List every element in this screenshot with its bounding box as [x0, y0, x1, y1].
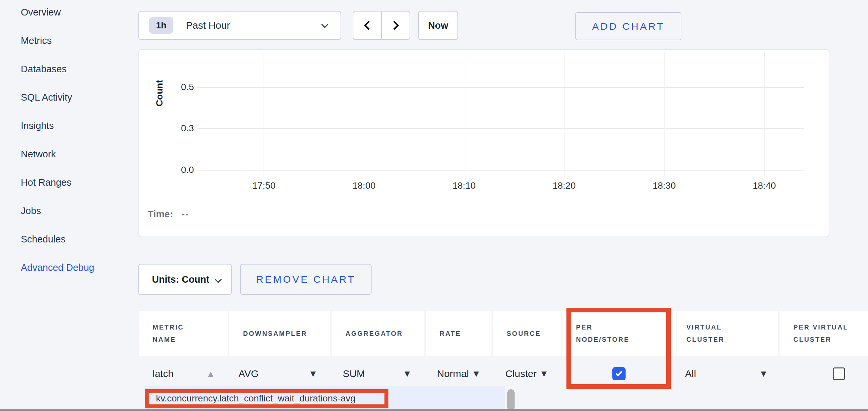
- gridline: [197, 87, 804, 88]
- column-header-per-virtual-cluster: PER VIRTUAL CLUSTER: [779, 311, 868, 355]
- time-step-buttons: [353, 11, 410, 40]
- column-header-virtual-cluster: VIRTUAL CLUSTER: [677, 311, 778, 355]
- caret-down-icon: ▼: [474, 370, 479, 377]
- per-virtual-cluster-checkbox[interactable]: [833, 368, 845, 380]
- sidebar-item-schedules[interactable]: Schedules: [21, 225, 94, 253]
- time-range-label: Past Hour: [186, 20, 230, 31]
- remove-chart-button[interactable]: REMOVE CHART: [240, 264, 372, 295]
- hover-time-value: --: [182, 209, 189, 219]
- bottom-divider: [0, 409, 868, 411]
- units-dropdown-label: Units: Count: [152, 274, 209, 285]
- caret-down-icon: ▼: [541, 370, 547, 377]
- x-tick: 18:40: [744, 180, 784, 191]
- chevron-right-icon: [390, 21, 399, 30]
- advanced-debug-custom-chart-page: Overview Metrics Databases SQL Activity …: [0, 0, 868, 411]
- sidebar-nav: Overview Metrics Databases SQL Activity …: [21, 0, 94, 282]
- now-button[interactable]: Now: [418, 11, 458, 40]
- sidebar-item-overview[interactable]: Overview: [21, 0, 94, 26]
- aggregator-select[interactable]: SUM ▼: [332, 358, 425, 389]
- time-range-picker[interactable]: 1h Past Hour: [138, 11, 341, 40]
- column-header-source: SOURCE: [493, 311, 561, 355]
- gridline: [464, 52, 464, 177]
- metric-name-value[interactable]: latch: [153, 368, 174, 379]
- chevron-left-icon: [364, 21, 373, 30]
- rate-select[interactable]: Normal ▼: [426, 358, 492, 389]
- sidebar-item-hot-ranges[interactable]: Hot Ranges: [21, 168, 94, 197]
- per-node-store-cell: [562, 358, 676, 389]
- column-header-metric-name: METRIC NAME: [139, 311, 228, 355]
- sidebar-item-databases[interactable]: Databases: [21, 55, 94, 83]
- caret-up-icon: ▲: [208, 370, 213, 377]
- chevron-down-icon: [215, 276, 222, 283]
- source-select[interactable]: Cluster ▼: [493, 358, 561, 389]
- gridline: [564, 52, 564, 177]
- x-tick: 18:30: [644, 180, 684, 191]
- sidebar-item-insights[interactable]: Insights: [21, 111, 94, 140]
- caret-down-icon: ▼: [310, 370, 316, 377]
- gridline: [264, 52, 264, 177]
- column-header-per-node-store: PER NODE/STORE: [562, 311, 676, 355]
- x-tick: 18:00: [344, 180, 384, 191]
- y-tick: 0.5: [172, 82, 194, 92]
- downsampler-value: AVG: [239, 368, 259, 379]
- x-tick: 18:10: [444, 180, 484, 191]
- virtual-cluster-value: All: [685, 368, 696, 379]
- caret-down-icon: ▼: [405, 370, 410, 377]
- y-tick: 0.3: [172, 123, 194, 134]
- next-time-button[interactable]: [381, 11, 410, 40]
- metric-name-combobox[interactable]: latch ▲: [139, 358, 228, 389]
- gridline: [197, 128, 804, 129]
- checkmark-icon: [615, 369, 623, 376]
- sidebar-item-network[interactable]: Network: [21, 140, 94, 168]
- column-header-rate: RATE: [426, 311, 492, 355]
- chevron-down-icon: [321, 21, 328, 28]
- y-axis-label: Count: [154, 80, 165, 107]
- sidebar-item-jobs[interactable]: Jobs: [21, 197, 94, 225]
- y-tick: 0.0: [172, 165, 194, 175]
- chart-panel: Count 0.5 0.3 0.0 17:50 18:00 18:10 18:2…: [138, 49, 829, 237]
- per-node-store-checkbox[interactable]: [612, 367, 626, 380]
- virtual-cluster-select[interactable]: All ▼: [677, 358, 778, 389]
- time-range-badge: 1h: [149, 17, 174, 34]
- rate-value: Normal: [437, 368, 469, 379]
- column-header-downsampler: DOWNSAMPLER: [229, 311, 330, 355]
- add-chart-button[interactable]: ADD CHART: [576, 12, 681, 40]
- metric-row: latch ▲ AVG ▼ SUM ▼ Normal ▼ Cluster ▼ A…: [139, 358, 868, 389]
- caret-down-icon: ▼: [761, 370, 766, 377]
- column-header-aggregator: AGGREGATOR: [332, 311, 425, 355]
- metrics-table-header: METRIC NAME DOWNSAMPLER AGGREGATOR RATE …: [139, 311, 868, 355]
- x-tick: 17:50: [244, 180, 284, 191]
- scrollbar-thumb[interactable]: [507, 389, 515, 411]
- sidebar-item-advanced-debug[interactable]: Advanced Debug: [21, 253, 94, 282]
- gridline: [197, 170, 804, 171]
- gridline: [664, 52, 664, 177]
- hover-time-readout: Time:--: [148, 209, 189, 220]
- metric-suggestion-item[interactable]: kv.concurrency.latch_conflict_wait_durat…: [156, 386, 355, 411]
- gridline: [764, 52, 765, 177]
- units-dropdown[interactable]: Units: Count: [138, 264, 232, 295]
- x-tick: 18:20: [544, 180, 584, 191]
- per-virtual-cluster-cell: [779, 358, 868, 389]
- aggregator-value: SUM: [343, 368, 365, 379]
- metric-autocomplete-panel: kv.concurrency.latch_conflict_wait_durat…: [145, 386, 505, 411]
- gridline: [364, 52, 364, 177]
- source-value: Cluster: [505, 368, 537, 379]
- sidebar-item-sql-activity[interactable]: SQL Activity: [21, 83, 94, 111]
- downsampler-select[interactable]: AVG ▼: [229, 358, 330, 389]
- sidebar-item-metrics[interactable]: Metrics: [21, 26, 94, 55]
- hover-time-label: Time:: [148, 209, 173, 219]
- prev-time-button[interactable]: [353, 11, 381, 40]
